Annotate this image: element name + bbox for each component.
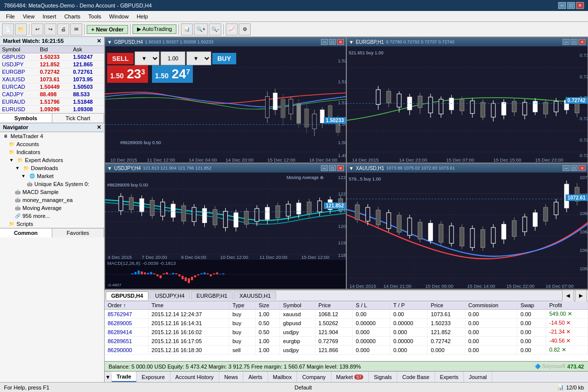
nav-moving-average[interactable]: 🤖 Moving Average (0, 204, 104, 212)
col-tp[interactable]: T / P (390, 301, 428, 310)
zoom-in-button[interactable]: 🔍+ (194, 23, 208, 35)
bnav-journal[interactable]: Journal (464, 372, 492, 382)
bnav-trade[interactable]: Trade (112, 372, 137, 382)
open-button[interactable]: 📁 (15, 23, 27, 35)
tab-common[interactable]: Common (0, 228, 52, 237)
chart-eurgbp-min[interactable]: ─ (563, 39, 570, 45)
lot-dropdown[interactable]: ▼ (135, 51, 159, 65)
bnav-account-history[interactable]: Account History (170, 372, 219, 382)
col-size[interactable]: Size (256, 301, 280, 310)
nav-scripts[interactable]: 📁 Scripts (0, 220, 104, 228)
maximize-button[interactable]: □ (567, 2, 575, 9)
chart-tab-gbpusd[interactable]: GBPUSD,H4 (106, 291, 148, 300)
order-row-86289414[interactable]: 86289414 2015.12.16 16:16:02 buy 0.50 us… (105, 328, 588, 337)
new-chart-button[interactable]: 📄 (2, 23, 14, 35)
chart-gbpusd-max[interactable]: □ (329, 39, 336, 45)
zoom-out-button[interactable]: 🔍- (209, 23, 221, 35)
market-watch-row-xauusd[interactable]: XAUUSD 1073.61 1073.95 (0, 76, 104, 83)
nav-metatrader4[interactable]: 🖥 MetaTrader 4 (0, 132, 104, 140)
market-watch-row-usdjpy[interactable]: USDJPY 121.852 121.865 (0, 61, 104, 68)
menu-file[interactable]: File (2, 12, 19, 20)
nav-market[interactable]: ▼ 🌐 Market (0, 172, 104, 180)
chart-tab-xauusd[interactable]: XAUUSD,H1 (234, 291, 276, 300)
bnav-experts[interactable]: Experts (435, 372, 464, 382)
menu-tools[interactable]: Tools (84, 12, 105, 20)
market-watch-row-eurgbp[interactable]: EURGBP 0.72742 0.72761 (0, 68, 104, 76)
minimize-button[interactable]: ─ (558, 2, 566, 9)
market-watch-row-eurcad[interactable]: EURCAD 1.50449 1.50503 (0, 83, 104, 91)
buy-button[interactable]: BUY (212, 53, 236, 64)
nav-macd-sample[interactable]: 🤖 MACD Sample (0, 188, 104, 196)
chart-xauusd-max[interactable]: □ (571, 165, 578, 171)
chart-tab-prev[interactable]: ◀ (562, 290, 574, 302)
tab-symbols[interactable]: Symbols (0, 114, 52, 123)
col-order[interactable]: Order ↑ (105, 301, 148, 310)
col-commission[interactable]: Commission (465, 301, 517, 310)
market-watch-row-euraud[interactable]: EURAUD 1.51796 1.51848 (0, 98, 104, 106)
bnav-company[interactable]: Company (297, 372, 331, 382)
undo-button[interactable]: ↩ (31, 23, 43, 35)
nav-money-manager[interactable]: 🤖 money_manager_ea (0, 196, 104, 204)
tab-favorites[interactable]: Favorites (52, 228, 105, 237)
col-swap[interactable]: Swap (517, 301, 546, 310)
chart-gbpusd-min[interactable]: ─ (321, 39, 328, 45)
chart-xauusd-min[interactable]: ─ (563, 165, 570, 171)
chart-gbpusd-close[interactable]: ✕ (337, 39, 344, 45)
col-symbol[interactable]: Symbol (280, 301, 315, 310)
col-type[interactable]: Type (229, 301, 256, 310)
lot-input[interactable] (160, 51, 185, 65)
chart-xauusd-close[interactable]: ✕ (579, 165, 586, 171)
sell-button[interactable]: SELL (107, 53, 134, 64)
chart-tab-next[interactable]: ▶ (575, 290, 587, 302)
chart-usdjpy-min[interactable]: ─ (321, 165, 328, 171)
chart-eurgbp-close[interactable]: ✕ (579, 39, 586, 45)
chart-eurgbp-max[interactable]: □ (571, 39, 578, 45)
bnav-exposure[interactable]: Exposure (137, 372, 170, 382)
bnav-market[interactable]: Market 57 (331, 372, 369, 382)
menu-help[interactable]: Help (133, 12, 152, 20)
menu-insert[interactable]: Insert (38, 12, 60, 20)
chart-usdjpy-max[interactable]: □ (329, 165, 336, 171)
print-button[interactable]: 🖨 (57, 23, 69, 35)
terminal-toggle[interactable]: ▼ (105, 374, 112, 380)
chart-usdjpy-close[interactable]: ✕ (337, 165, 344, 171)
market-watch-row-cadjpy[interactable]: CADJPY 88.498 88.533 (0, 91, 104, 98)
order-row-86289005[interactable]: 86289005 2015.12.16 16:14:31 buy 0.50 gb… (105, 319, 588, 328)
nav-accounts[interactable]: 📁 Accounts (0, 140, 104, 148)
col-price-cur[interactable]: Price (428, 301, 465, 310)
nav-downloads[interactable]: ▼ 📁 Downloads (0, 164, 104, 172)
menu-window[interactable]: Window (105, 12, 133, 20)
col-price-open[interactable]: Price (315, 301, 352, 310)
order-row-85762947[interactable]: 85762947 2015.12.14 12:24:37 buy 1.00 xa… (105, 310, 588, 319)
nav-expert-advisors[interactable]: ▼ 📁 Expert Advisors (0, 156, 104, 164)
lot-dropdown-2[interactable]: ▼ (186, 51, 211, 65)
order-row-86289651[interactable]: 86289651 2015.12.16 16:17:05 buy 1.00 eu… (105, 337, 588, 346)
nav-more[interactable]: 🔗 956 more... (0, 212, 104, 220)
bnav-signals[interactable]: Signals (369, 372, 397, 382)
autotrading-button[interactable]: ▶ AutoTrading (133, 24, 176, 34)
redo-button[interactable]: ↪ (44, 23, 56, 35)
tab-tick-chart[interactable]: Tick Chart (52, 114, 105, 123)
bnav-alerts[interactable]: Alerts (243, 372, 268, 382)
nav-unique-eas[interactable]: 🤖 Unique EAs System 0: (0, 180, 104, 188)
chart-type-button[interactable]: 📊 (181, 23, 193, 35)
menu-view[interactable]: View (19, 12, 39, 20)
email-button[interactable]: ✉ (70, 23, 82, 35)
order-row-86290000[interactable]: 86290000 2015.12.16 16:18:30 sell 1.00 u… (105, 346, 588, 355)
close-button[interactable]: ✕ (576, 2, 584, 9)
new-order-button[interactable]: + New Order (87, 25, 128, 34)
col-profit[interactable]: Profit (546, 301, 588, 310)
nav-indicators[interactable]: 📁 Indicators (0, 148, 104, 156)
indicators-button[interactable]: 📈 (226, 23, 238, 35)
col-sl[interactable]: S / L (353, 301, 390, 310)
bnav-codebase[interactable]: Code Base (397, 372, 435, 382)
chart-tab-usdjpy[interactable]: USDJPY,H4 (149, 291, 190, 300)
col-time[interactable]: Time (148, 301, 229, 310)
navigator-close-icon[interactable]: ✕ (97, 124, 101, 131)
menu-charts[interactable]: Charts (60, 12, 84, 20)
market-watch-row-eurusd[interactable]: EURUSD 1.09296 1.09308 (0, 106, 104, 113)
market-watch-row-gbpusd[interactable]: GBPUSD 1.50233 1.50247 (0, 53, 104, 61)
chart-tab-eurgbp[interactable]: EURGBP,H1 (191, 291, 233, 300)
market-watch-close-icon[interactable]: ✕ (97, 38, 101, 44)
bnav-news[interactable]: News (219, 372, 244, 382)
